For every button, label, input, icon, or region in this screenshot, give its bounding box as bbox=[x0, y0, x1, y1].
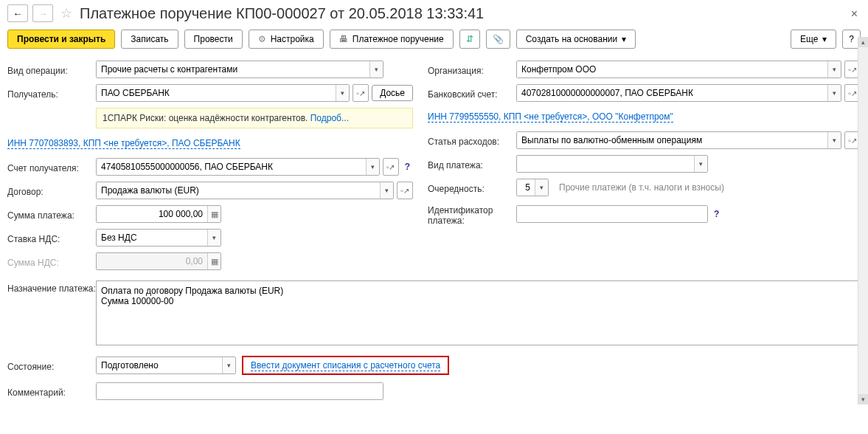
purpose-textarea[interactable] bbox=[96, 280, 861, 345]
priority-note: Прочие платежи (в т.ч. налоги и взносы) bbox=[559, 182, 724, 193]
vat-sum-input bbox=[97, 253, 207, 269]
priority-dropdown-button[interactable]: ▾ bbox=[535, 179, 548, 196]
chevron-down-icon: ▾ bbox=[822, 34, 827, 44]
org-label: Организация: bbox=[428, 63, 516, 76]
priority-input[interactable] bbox=[517, 179, 535, 196]
recip-account-input[interactable] bbox=[97, 159, 366, 175]
page-title: Платежное поручение КП00-000027 от 20.05… bbox=[80, 5, 484, 22]
amount-calc-button[interactable] bbox=[207, 206, 221, 222]
org-dropdown-button[interactable]: ▾ bbox=[827, 61, 841, 78]
spark-details-link[interactable]: Подроб... bbox=[310, 113, 349, 123]
bank-acc-label: Банковский счет: bbox=[428, 86, 516, 100]
state-dropdown-button[interactable]: ▾ bbox=[222, 357, 235, 373]
op-type-label: Вид операции: bbox=[7, 63, 96, 76]
priority-label: Очередность: bbox=[428, 181, 516, 194]
favorite-star-icon[interactable]: ☆ bbox=[60, 5, 72, 21]
recipient-label: Получатель: bbox=[7, 86, 96, 100]
pay-type-label: Вид платежа: bbox=[428, 157, 516, 170]
pay-id-label: Идентификатор платежа: bbox=[428, 202, 516, 227]
recip-account-dropdown-button[interactable]: ▾ bbox=[366, 159, 379, 175]
contract-label: Договор: bbox=[7, 184, 96, 197]
dossier-button[interactable]: Досье bbox=[372, 85, 413, 101]
nav-forward-button[interactable]: → bbox=[32, 4, 53, 22]
pay-type-input[interactable] bbox=[517, 156, 694, 172]
recipient-inn-link[interactable]: ИНН 7707083893, КПП <не требуется>, ПАО … bbox=[7, 138, 240, 149]
enter-writeoff-doc-link[interactable]: Ввести документ списания с расчетного сч… bbox=[251, 360, 440, 371]
pay-id-input[interactable] bbox=[517, 206, 707, 222]
op-type-dropdown-button[interactable]: ▾ bbox=[369, 61, 383, 78]
org-input[interactable] bbox=[517, 61, 827, 78]
amount-input[interactable] bbox=[97, 206, 207, 222]
settings-button[interactable]: Настройка bbox=[249, 30, 324, 49]
expense-input[interactable] bbox=[517, 132, 827, 148]
recipient-input[interactable] bbox=[97, 85, 336, 101]
recipient-dropdown-button[interactable]: ▾ bbox=[336, 85, 349, 101]
calculator-icon bbox=[211, 210, 218, 219]
print-icon bbox=[339, 34, 348, 44]
submit-and-close-button[interactable]: Провести и закрыть bbox=[7, 30, 115, 49]
create-based-on-button[interactable]: Создать на основании ▾ bbox=[516, 30, 636, 49]
amount-label: Сумма платежа: bbox=[7, 207, 96, 221]
pay-type-dropdown-button[interactable]: ▾ bbox=[694, 156, 707, 172]
vat-rate-input[interactable] bbox=[97, 230, 207, 246]
recip-account-help-icon[interactable]: ? bbox=[402, 162, 413, 172]
calculator-icon bbox=[211, 257, 218, 266]
structure-button[interactable] bbox=[459, 30, 480, 49]
save-button[interactable]: Записать bbox=[121, 30, 178, 49]
org-inn-link[interactable]: ИНН 7799555550, КПП <не требуется>, ООО … bbox=[428, 111, 673, 123]
chevron-down-icon: ▾ bbox=[622, 34, 626, 44]
vat-rate-label: Ставка НДС: bbox=[7, 231, 96, 244]
scroll-up-button[interactable]: ▴ bbox=[858, 37, 868, 47]
bank-acc-input[interactable] bbox=[517, 85, 827, 101]
expense-label: Статья расходов: bbox=[428, 134, 516, 147]
expense-dropdown-button[interactable]: ▾ bbox=[827, 132, 841, 148]
vat-sum-label: Сумма НДС: bbox=[7, 255, 96, 268]
recip-account-label: Счет получателя: bbox=[7, 160, 96, 173]
scroll-down-button[interactable]: ▾ bbox=[858, 394, 868, 404]
comment-input[interactable] bbox=[97, 383, 383, 399]
vat-sum-calc-button bbox=[207, 253, 221, 269]
more-button[interactable]: Еще ▾ bbox=[791, 30, 836, 49]
purpose-label: Назначение платежа: bbox=[7, 280, 96, 294]
pay-id-help-icon[interactable]: ? bbox=[711, 209, 722, 219]
close-icon[interactable]: × bbox=[851, 7, 858, 21]
link-icon bbox=[466, 34, 473, 44]
clip-icon bbox=[493, 34, 504, 44]
state-input[interactable] bbox=[97, 357, 222, 373]
op-type-input[interactable] bbox=[97, 61, 369, 78]
spark-risk-banner: 1СПАРК Риски: оценка надёжности контраге… bbox=[96, 108, 413, 128]
recipient-open-button[interactable]: ▫↗ bbox=[353, 84, 369, 102]
gear-icon bbox=[258, 34, 266, 44]
submit-button[interactable]: Провести bbox=[184, 30, 243, 49]
print-payment-button[interactable]: Платежное поручение bbox=[330, 30, 454, 49]
toolbar: Провести и закрыть Записать Провести Нас… bbox=[7, 30, 861, 49]
contract-open-button[interactable]: ▫↗ bbox=[397, 182, 413, 199]
attachments-button[interactable] bbox=[486, 30, 510, 49]
state-label: Состояние: bbox=[7, 359, 96, 372]
comment-label: Комментарий: bbox=[7, 385, 96, 398]
recip-account-open-button[interactable]: ▫↗ bbox=[383, 158, 399, 176]
contract-dropdown-button[interactable]: ▾ bbox=[380, 182, 393, 199]
nav-back-button[interactable]: ← bbox=[7, 4, 28, 22]
contract-input[interactable] bbox=[97, 182, 380, 199]
vat-rate-dropdown-button[interactable]: ▾ bbox=[207, 230, 221, 246]
highlight-frame: Ввести документ списания с расчетного сч… bbox=[242, 356, 449, 375]
bank-acc-dropdown-button[interactable]: ▾ bbox=[827, 85, 841, 101]
vertical-scrollbar[interactable]: ▴ ▾ bbox=[858, 37, 868, 404]
